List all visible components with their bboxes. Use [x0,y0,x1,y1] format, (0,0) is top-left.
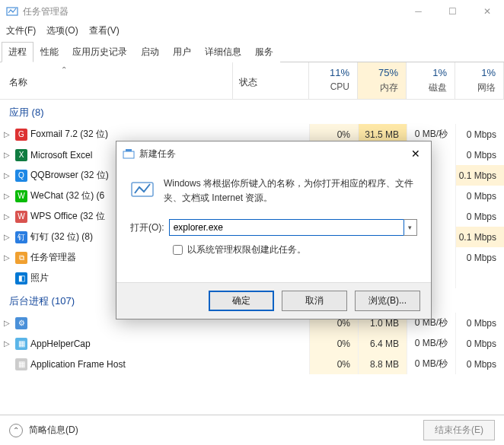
admin-checkbox-label: 以系统管理权限创建此任务。 [187,243,306,256]
cell-mem: 6.4 MB [358,333,407,354]
cell-net [455,268,504,288]
taskmgr-app-icon: ⧉ [15,252,27,264]
chevron-right-icon[interactable]: ▷ [0,151,14,159]
wechat-icon: W [15,190,27,202]
cell-net: 0 Mbps [455,124,504,145]
window-close-button[interactable]: ✕ [470,0,504,23]
tab-users[interactable]: 用户 [166,42,198,62]
cell-net: 0 Mbps [455,145,504,165]
net-label: 网络 [458,81,496,94]
generic-app-icon: ▦ [15,358,27,370]
tab-details[interactable]: 详细信息 [198,42,248,62]
cell-net: 0 Mbps [455,206,504,227]
column-mem[interactable]: 75% 内存 [358,62,407,99]
admin-checkbox[interactable] [173,245,183,255]
column-name-label: 名称 [9,77,27,87]
tab-history[interactable]: 应用历史记录 [65,42,134,62]
tab-startup[interactable]: 启动 [134,42,166,62]
dialog-button-row: 确定 取消 浏览(B)... [116,282,431,319]
net-percent: 1% [458,67,496,78]
chevron-right-icon[interactable]: ▷ [0,130,14,138]
cell-net: 0 Mbps [455,247,504,268]
cancel-button[interactable]: 取消 [282,291,347,311]
window-titlebar: 任务管理器 ─ ☐ ✕ [0,0,504,23]
column-name[interactable]: ⌃ 名称 [0,62,233,99]
chevron-right-icon[interactable]: ▷ [0,319,14,327]
wps-icon: W [15,211,27,223]
dialog-titlebar: 新建任务 ✕ [116,141,431,166]
cell-net: 0.1 Mbps [455,227,504,247]
chevron-right-icon[interactable]: ▷ [0,233,14,241]
menu-view[interactable]: 查看(V) [86,23,123,39]
tab-strip: 进程 性能 应用历史记录 启动 用户 详细信息 服务 [0,41,504,62]
process-name: Foxmail 7.2 (32 位) [30,128,309,141]
chevron-right-icon[interactable]: ▷ [0,253,14,262]
foxmail-icon: G [15,129,27,141]
cell-net: 0.1 Mbps [455,165,504,186]
disk-percent: 1% [410,67,447,78]
new-task-dialog: 新建任务 ✕ Windows 将根据你所键入的名称，为你打开相应的程序、文件夹、… [116,141,432,319]
dialog-close-button[interactable]: ✕ [400,141,431,166]
ok-button[interactable]: 确定 [209,291,274,311]
gear-icon: ⚙ [15,317,27,329]
chevron-right-icon[interactable]: ▷ [0,212,14,221]
menubar: 文件(F) 选项(O) 查看(V) [0,23,504,38]
tab-performance[interactable]: 性能 [33,42,65,62]
cell-net: 0 Mbps [455,354,504,374]
chevron-right-icon[interactable]: ▷ [0,171,14,180]
cpu-percent: 11% [312,67,349,78]
process-name: Application Frame Host [30,359,309,370]
window-maximize-button[interactable]: ☐ [435,0,470,23]
photos-icon: ◧ [15,272,27,284]
cell-disk: 0 MB/秒 [407,333,455,354]
mem-percent: 75% [361,67,398,78]
mem-label: 内存 [361,81,398,94]
dialog-message: Windows 将根据你所键入的名称，为你打开相应的程序、文件夹、文档或 Int… [164,176,417,205]
cell-cpu: 0% [309,333,358,354]
svg-rect-2 [126,149,132,151]
taskmgr-icon [6,5,18,17]
dialog-body: Windows 将根据你所键入的名称，为你打开相应的程序、文件夹、文档或 Int… [116,166,431,264]
browse-button[interactable]: 浏览(B)... [355,291,420,311]
chevron-right-icon[interactable]: ▷ [0,339,14,348]
qqbrowser-icon: Q [15,170,27,182]
run-icon [130,176,155,201]
svg-rect-1 [123,151,134,158]
cpu-label: CPU [312,81,349,92]
cell-net: 0 Mbps [455,333,504,354]
table-row[interactable]: ▷ ▦ AppHelperCap 0% 6.4 MB 0 MB/秒 0 Mbps [0,333,504,354]
sort-indicator-icon: ⌃ [61,65,67,74]
chevron-up-icon[interactable]: ⌃ [9,424,23,437]
column-status[interactable]: 状态 [233,62,309,99]
table-row[interactable]: ▦ Application Frame Host 0% 8.8 MB 0 MB/… [0,354,504,374]
open-input[interactable] [169,219,404,236]
group-apps-title: 应用 (8) [0,100,504,124]
chevron-right-icon[interactable]: ▷ [0,192,14,200]
window-title: 任务管理器 [23,5,401,18]
tab-processes[interactable]: 进程 [2,42,33,62]
process-name: AppHelperCap [30,339,309,349]
footer: ⌃ 简略信息(D) 结束任务(E) [0,415,504,445]
cell-mem: 8.8 MB [358,354,407,374]
simple-view-link[interactable]: 简略信息(D) [29,424,423,437]
disk-label: 磁盘 [410,81,447,94]
window-minimize-button[interactable]: ─ [401,0,435,23]
cell-cpu: 0% [309,354,358,374]
end-task-button[interactable]: 结束任务(E) [423,420,495,440]
menu-options[interactable]: 选项(O) [43,23,81,39]
column-net[interactable]: 1% 网络 [455,62,504,99]
cell-net: 0 Mbps [455,186,504,206]
cell-net: 0 Mbps [455,313,504,333]
run-dialog-icon [123,148,135,160]
dropdown-icon[interactable]: ▾ [404,219,417,236]
column-cpu[interactable]: 11% CPU [309,62,358,99]
open-label: 打开(O): [130,221,164,234]
column-headers: ⌃ 名称 状态 11% CPU 75% 内存 1% 磁盘 1% 网络 [0,62,504,100]
tab-services[interactable]: 服务 [248,42,280,62]
column-disk[interactable]: 1% 磁盘 [407,62,455,99]
generic-app-icon: ▦ [15,338,27,350]
menu-file[interactable]: 文件(F) [3,23,39,39]
cell-disk: 0 MB/秒 [407,354,455,374]
excel-icon: X [15,149,27,161]
dialog-title: 新建任务 [139,148,400,161]
